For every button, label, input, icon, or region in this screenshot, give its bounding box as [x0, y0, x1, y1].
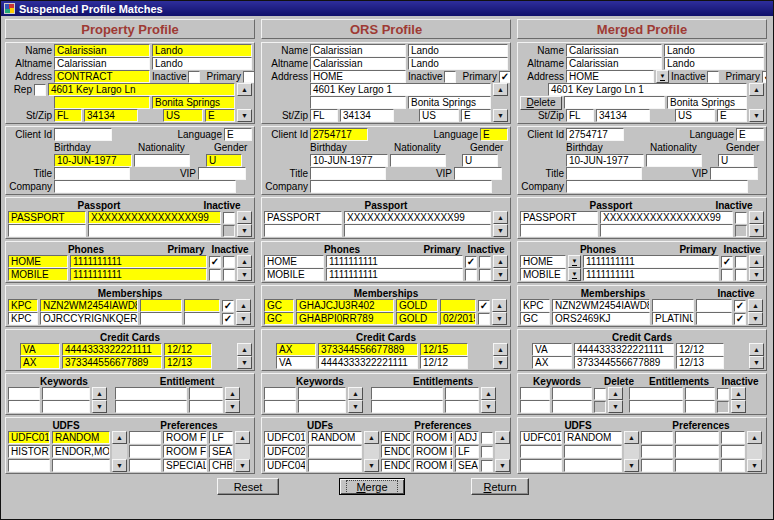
- scroll-up-button[interactable]: ▲: [237, 255, 252, 268]
- passport-inactive-checkbox[interactable]: [223, 212, 235, 224]
- preference-field[interactable]: [721, 459, 745, 472]
- passport-inactive-checkbox[interactable]: [223, 225, 235, 237]
- phone-type-field[interactable]: HOME: [8, 255, 68, 268]
- keyword-delete-checkbox[interactable]: [594, 401, 606, 413]
- preference-field[interactable]: ENDOR: [381, 431, 411, 444]
- card-type-field[interactable]: VA: [276, 356, 316, 369]
- scroll-up-button[interactable]: ▲: [749, 343, 764, 356]
- udf-value-field[interactable]: RANDOM: [308, 431, 362, 444]
- name-first-field[interactable]: Calarissian: [566, 44, 662, 57]
- scroll-up-button[interactable]: ▲: [237, 211, 252, 224]
- phone-inactive-checkbox[interactable]: [479, 269, 491, 281]
- card-expiry-field[interactable]: 12/12: [420, 356, 468, 369]
- card-number-field[interactable]: 4444333322221111: [62, 343, 162, 356]
- inactive-checkbox[interactable]: [444, 71, 456, 83]
- udf-value-field[interactable]: [564, 459, 622, 472]
- card-expiry-field[interactable]: 12/13: [676, 356, 724, 369]
- membership-number-field[interactable]: ORS2469KJ: [552, 312, 650, 325]
- membership-type-field[interactable]: GC: [264, 312, 294, 325]
- card-expiry-field[interactable]: 12/12: [676, 343, 724, 356]
- card-type-field[interactable]: AX: [276, 343, 316, 356]
- title-field[interactable]: [54, 167, 130, 180]
- entitlement-field[interactable]: [115, 387, 187, 400]
- inactive-checkbox[interactable]: [188, 71, 200, 83]
- scroll-up-button[interactable]: ▲: [364, 431, 379, 444]
- name-first-field[interactable]: Calarissian: [54, 44, 150, 57]
- keyword-delete-checkbox[interactable]: [594, 388, 606, 400]
- preference-field[interactable]: [641, 445, 673, 458]
- card-type-field[interactable]: VA: [20, 343, 60, 356]
- zip-field[interactable]: 34134: [596, 109, 650, 122]
- scroll-down-button[interactable]: ▼: [481, 400, 496, 413]
- keyword-field[interactable]: [42, 387, 90, 400]
- membership-level-field[interactable]: [140, 312, 182, 325]
- merge-button[interactable]: Merge: [339, 478, 405, 495]
- passport-number-field[interactable]: [600, 224, 733, 237]
- scroll-down-button[interactable]: ▼: [92, 400, 107, 413]
- passport-number-field[interactable]: [88, 224, 221, 237]
- udf-value-field[interactable]: RANDOM: [52, 431, 110, 444]
- preference-field[interactable]: ENDOR: [381, 445, 411, 458]
- preference-field[interactable]: ADJ: [455, 431, 479, 444]
- scroll-down-button[interactable]: ▼: [237, 109, 252, 122]
- name-last-field[interactable]: Lando: [152, 44, 252, 57]
- card-expiry-field[interactable]: 12/12: [164, 343, 212, 356]
- udf-name-field[interactable]: [520, 459, 562, 472]
- preference-field[interactable]: [675, 459, 719, 472]
- phone-inactive-checkbox[interactable]: [735, 269, 747, 281]
- state-field[interactable]: FL: [54, 109, 82, 122]
- passport-inactive-checkbox[interactable]: [735, 212, 747, 224]
- membership-expiry-field[interactable]: [696, 299, 732, 312]
- preference-field[interactable]: [721, 445, 745, 458]
- state-field[interactable]: FL: [310, 109, 338, 122]
- phone-number-field[interactable]: 1111111111: [70, 255, 207, 268]
- language-field[interactable]: E: [224, 128, 252, 141]
- card-number-field[interactable]: 373344556677889: [318, 343, 418, 356]
- preference-field[interactable]: SEA: [455, 459, 479, 472]
- membership-type-field[interactable]: KPC: [8, 299, 38, 312]
- birthday-field[interactable]: 10-JUN-1977: [310, 154, 388, 167]
- membership-expiry-field[interactable]: [696, 312, 732, 325]
- udf-name-field[interactable]: UDFC04: [264, 459, 306, 472]
- phone-number-field[interactable]: 1111111111: [326, 255, 463, 268]
- scroll-up-button[interactable]: ▲: [92, 387, 107, 400]
- scroll-up-button[interactable]: ▲: [493, 211, 508, 224]
- membership-expiry-field[interactable]: 02/2015: [440, 312, 476, 325]
- scroll-down-button[interactable]: ▼: [747, 459, 762, 472]
- membership-number-field[interactable]: GHAJCJU3R402: [296, 299, 394, 312]
- keyword-field[interactable]: [8, 400, 40, 413]
- zip-field[interactable]: 34134: [84, 109, 138, 122]
- preference-field[interactable]: ROOM F: [413, 445, 453, 458]
- card-type-field[interactable]: VA: [532, 343, 572, 356]
- membership-expiry-field[interactable]: [184, 299, 220, 312]
- scroll-up-button[interactable]: ▲: [492, 299, 507, 312]
- rep-checkbox[interactable]: [34, 84, 46, 96]
- altname-last-field[interactable]: Lando: [152, 57, 252, 70]
- scroll-up-button[interactable]: ▲: [747, 431, 762, 444]
- preference-field[interactable]: ROOM F: [413, 431, 453, 444]
- preference-scrollbar[interactable]: ▲▼: [235, 431, 250, 472]
- gender-field[interactable]: U: [206, 154, 242, 167]
- company-field[interactable]: [310, 180, 492, 193]
- membership-number-field[interactable]: OJRCCYRIGNKQERN: [40, 312, 138, 325]
- preference-field[interactable]: CHB: [209, 459, 233, 472]
- passport-number-field[interactable]: XXXXXXXXXXXXXXXX99: [344, 211, 491, 224]
- scroll-up-button[interactable]: ▲: [236, 299, 251, 312]
- phone-type-field[interactable]: HOME: [520, 255, 566, 268]
- udf-name-field[interactable]: [8, 459, 50, 472]
- keyword-field[interactable]: [520, 387, 550, 400]
- scroll-down-button[interactable]: ▼: [608, 400, 623, 413]
- phone-inactive-checkbox[interactable]: [223, 269, 235, 281]
- udf-value-field[interactable]: ENDOR,MOT: [52, 445, 110, 458]
- phone-primary-checkbox[interactable]: ✓: [465, 256, 477, 268]
- preference-field[interactable]: ROOM FE: [163, 431, 207, 444]
- entitlement-inactive-checkbox[interactable]: [717, 401, 729, 413]
- keyword-field[interactable]: [298, 387, 346, 400]
- primary-checkbox[interactable]: ✓: [499, 71, 511, 83]
- entitlement-field[interactable]: [629, 387, 683, 400]
- scroll-down-button[interactable]: ▼: [237, 356, 252, 369]
- preference-field[interactable]: LF: [209, 431, 233, 444]
- preference-scrollbar[interactable]: ▲▼: [495, 431, 510, 472]
- membership-level-field[interactable]: [652, 299, 694, 312]
- altname-first-field[interactable]: Calarissian: [566, 57, 662, 70]
